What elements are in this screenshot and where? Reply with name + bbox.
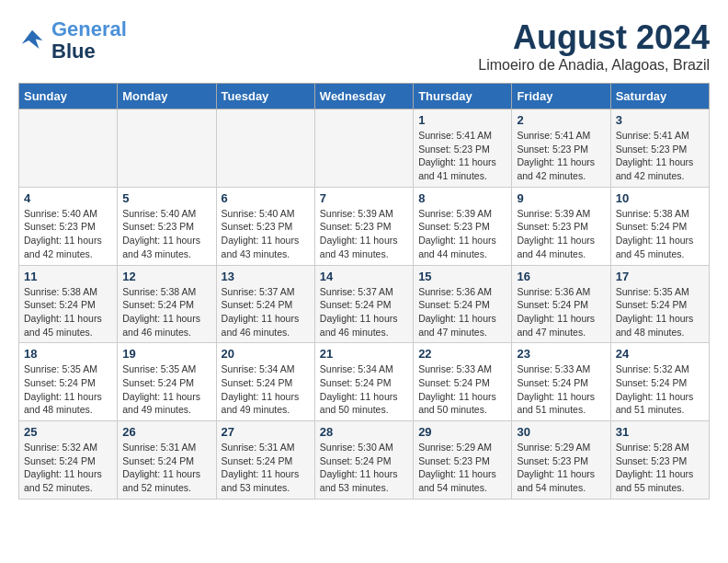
day-info: Sunrise: 5:34 AM Sunset: 5:24 PM Dayligh… [320, 362, 408, 417]
day-number: 9 [517, 191, 605, 205]
calendar-cell: 3Sunrise: 5:41 AM Sunset: 5:23 PM Daylig… [610, 109, 709, 188]
day-info: Sunrise: 5:40 AM Sunset: 5:23 PM Dayligh… [222, 207, 310, 261]
calendar-cell: 29Sunrise: 5:29 AM Sunset: 5:23 PM Dayli… [414, 421, 512, 500]
day-number: 31 [616, 425, 704, 439]
day-number: 1 [418, 113, 506, 127]
day-info: Sunrise: 5:30 AM Sunset: 5:24 PM Dayligh… [320, 441, 408, 495]
day-info: Sunrise: 5:31 AM Sunset: 5:24 PM Dayligh… [222, 441, 310, 495]
weekday-header-monday: Monday [118, 84, 216, 109]
day-info: Sunrise: 5:34 AM Sunset: 5:24 PM Dayligh… [222, 362, 310, 417]
day-info: Sunrise: 5:32 AM Sunset: 5:24 PM Dayligh… [24, 441, 112, 495]
calendar-cell [118, 109, 216, 188]
calendar-cell: 19Sunrise: 5:35 AM Sunset: 5:24 PM Dayli… [118, 343, 216, 421]
calendar-cell: 4Sunrise: 5:40 AM Sunset: 5:23 PM Daylig… [19, 187, 118, 265]
day-info: Sunrise: 5:41 AM Sunset: 5:23 PM Dayligh… [616, 129, 704, 183]
day-info: Sunrise: 5:33 AM Sunset: 5:24 PM Dayligh… [418, 362, 506, 417]
day-info: Sunrise: 5:28 AM Sunset: 5:23 PM Dayligh… [616, 441, 704, 495]
weekday-header-sunday: Sunday [19, 84, 118, 109]
day-number: 14 [320, 270, 408, 283]
day-info: Sunrise: 5:31 AM Sunset: 5:24 PM Dayligh… [122, 441, 210, 495]
calendar-cell: 9Sunrise: 5:39 AM Sunset: 5:23 PM Daylig… [512, 187, 610, 265]
calendar-cell: 23Sunrise: 5:33 AM Sunset: 5:24 PM Dayli… [512, 343, 610, 421]
weekday-header-friday: Friday [512, 84, 610, 109]
day-info: Sunrise: 5:36 AM Sunset: 5:24 PM Dayligh… [517, 285, 605, 339]
day-number: 13 [222, 270, 310, 283]
day-number: 3 [616, 113, 704, 127]
calendar-cell: 31Sunrise: 5:28 AM Sunset: 5:23 PM Dayli… [610, 421, 709, 500]
day-number: 6 [222, 191, 310, 205]
day-info: Sunrise: 5:32 AM Sunset: 5:24 PM Dayligh… [616, 362, 704, 417]
calendar-cell: 1Sunrise: 5:41 AM Sunset: 5:23 PM Daylig… [414, 109, 512, 188]
title-area: August 2024 Limoeiro de Anadia, Alagoas,… [478, 18, 710, 74]
day-info: Sunrise: 5:39 AM Sunset: 5:23 PM Dayligh… [418, 207, 506, 261]
day-number: 25 [24, 425, 112, 439]
calendar-cell: 10Sunrise: 5:38 AM Sunset: 5:24 PM Dayli… [610, 187, 709, 265]
calendar-cell: 8Sunrise: 5:39 AM Sunset: 5:23 PM Daylig… [414, 187, 512, 265]
page-header: GeneralBlue August 2024 Limoeiro de Anad… [18, 18, 710, 74]
day-info: Sunrise: 5:37 AM Sunset: 5:24 PM Dayligh… [320, 285, 408, 339]
calendar-cell [19, 109, 118, 188]
day-number: 28 [320, 425, 408, 439]
day-number: 22 [418, 347, 506, 361]
weekday-header-tuesday: Tuesday [216, 84, 314, 109]
day-number: 10 [616, 191, 704, 205]
calendar-table: SundayMondayTuesdayWednesdayThursdayFrid… [18, 83, 710, 500]
calendar-cell: 22Sunrise: 5:33 AM Sunset: 5:24 PM Dayli… [414, 343, 512, 421]
calendar-cell: 20Sunrise: 5:34 AM Sunset: 5:24 PM Dayli… [216, 343, 314, 421]
calendar-cell: 7Sunrise: 5:39 AM Sunset: 5:23 PM Daylig… [314, 187, 413, 265]
calendar-cell: 28Sunrise: 5:30 AM Sunset: 5:24 PM Dayli… [314, 421, 413, 500]
calendar-cell: 24Sunrise: 5:32 AM Sunset: 5:24 PM Dayli… [610, 343, 709, 421]
calendar-cell: 16Sunrise: 5:36 AM Sunset: 5:24 PM Dayli… [512, 265, 610, 343]
calendar-cell: 5Sunrise: 5:40 AM Sunset: 5:23 PM Daylig… [118, 187, 216, 265]
weekday-header-thursday: Thursday [414, 84, 512, 109]
day-number: 7 [320, 191, 408, 205]
day-info: Sunrise: 5:40 AM Sunset: 5:23 PM Dayligh… [122, 207, 210, 261]
weekday-header-saturday: Saturday [610, 84, 709, 109]
svg-marker-0 [22, 30, 43, 49]
location-subtitle: Limoeiro de Anadia, Alagoas, Brazil [478, 57, 710, 74]
day-number: 16 [517, 270, 605, 283]
calendar-cell: 12Sunrise: 5:38 AM Sunset: 5:24 PM Dayli… [118, 265, 216, 343]
logo: GeneralBlue [18, 18, 127, 63]
day-info: Sunrise: 5:39 AM Sunset: 5:23 PM Dayligh… [517, 207, 605, 261]
day-info: Sunrise: 5:40 AM Sunset: 5:23 PM Dayligh… [24, 207, 112, 261]
day-number: 12 [122, 270, 210, 283]
day-number: 19 [122, 347, 210, 361]
day-number: 21 [320, 347, 408, 361]
calendar-cell: 6Sunrise: 5:40 AM Sunset: 5:23 PM Daylig… [216, 187, 314, 265]
day-number: 29 [418, 425, 506, 439]
day-number: 27 [222, 425, 310, 439]
day-info: Sunrise: 5:29 AM Sunset: 5:23 PM Dayligh… [418, 441, 506, 495]
calendar-cell: 26Sunrise: 5:31 AM Sunset: 5:24 PM Dayli… [118, 421, 216, 500]
day-number: 8 [418, 191, 506, 205]
day-info: Sunrise: 5:37 AM Sunset: 5:24 PM Dayligh… [222, 285, 310, 339]
day-number: 17 [616, 270, 704, 283]
day-info: Sunrise: 5:35 AM Sunset: 5:24 PM Dayligh… [24, 362, 112, 417]
day-info: Sunrise: 5:33 AM Sunset: 5:24 PM Dayligh… [517, 362, 605, 417]
calendar-cell: 13Sunrise: 5:37 AM Sunset: 5:24 PM Dayli… [216, 265, 314, 343]
calendar-cell: 14Sunrise: 5:37 AM Sunset: 5:24 PM Dayli… [314, 265, 413, 343]
day-number: 11 [24, 270, 112, 283]
day-info: Sunrise: 5:41 AM Sunset: 5:23 PM Dayligh… [517, 129, 605, 183]
calendar-cell: 18Sunrise: 5:35 AM Sunset: 5:24 PM Dayli… [19, 343, 118, 421]
calendar-cell: 11Sunrise: 5:38 AM Sunset: 5:24 PM Dayli… [19, 265, 118, 343]
calendar-cell: 25Sunrise: 5:32 AM Sunset: 5:24 PM Dayli… [19, 421, 118, 500]
calendar-cell: 15Sunrise: 5:36 AM Sunset: 5:24 PM Dayli… [414, 265, 512, 343]
day-number: 30 [517, 425, 605, 439]
calendar-cell: 27Sunrise: 5:31 AM Sunset: 5:24 PM Dayli… [216, 421, 314, 500]
day-number: 15 [418, 270, 506, 283]
calendar-cell: 2Sunrise: 5:41 AM Sunset: 5:23 PM Daylig… [512, 109, 610, 188]
day-number: 5 [122, 191, 210, 205]
day-number: 23 [517, 347, 605, 361]
day-info: Sunrise: 5:38 AM Sunset: 5:24 PM Dayligh… [24, 285, 112, 339]
day-info: Sunrise: 5:35 AM Sunset: 5:24 PM Dayligh… [616, 285, 704, 339]
day-number: 24 [616, 347, 704, 361]
day-number: 4 [24, 191, 112, 205]
day-info: Sunrise: 5:36 AM Sunset: 5:24 PM Dayligh… [418, 285, 506, 339]
calendar-cell: 21Sunrise: 5:34 AM Sunset: 5:24 PM Dayli… [314, 343, 413, 421]
day-info: Sunrise: 5:35 AM Sunset: 5:24 PM Dayligh… [122, 362, 210, 417]
logo-text: GeneralBlue [51, 18, 127, 63]
calendar-cell [314, 109, 413, 188]
day-number: 26 [122, 425, 210, 439]
day-info: Sunrise: 5:39 AM Sunset: 5:23 PM Dayligh… [320, 207, 408, 261]
